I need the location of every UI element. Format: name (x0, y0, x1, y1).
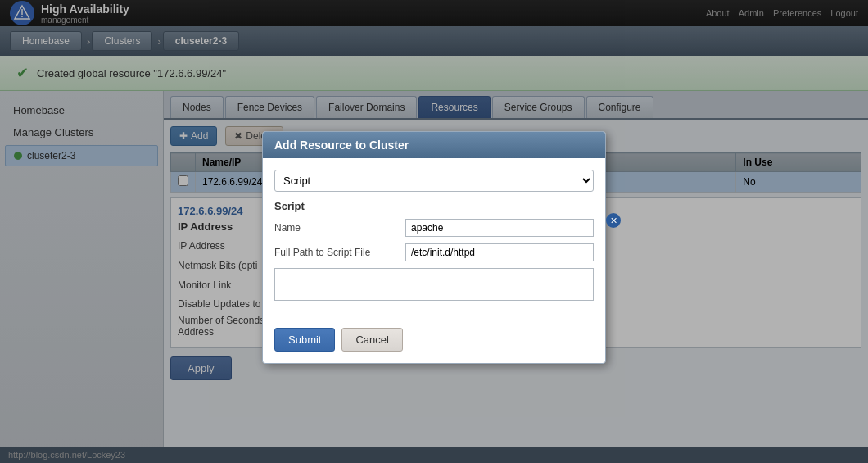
modal-name-input[interactable] (405, 219, 594, 237)
modal-close-button[interactable]: ✕ (606, 213, 621, 228)
modal-title: Add Resource to Cluster (274, 138, 409, 152)
modal-overlay: Add Resource to Cluster Script IP Addres… (0, 0, 868, 463)
modal-path-input[interactable] (405, 243, 594, 261)
modal-cancel-button[interactable]: Cancel (341, 328, 402, 352)
modal-name-label: Name (274, 222, 405, 234)
modal-path-row: Full Path to Script File (274, 243, 594, 261)
modal-name-row: Name (274, 219, 594, 237)
modal-section-title: Script (274, 200, 594, 212)
modal-dialog: Add Resource to Cluster Script IP Addres… (262, 131, 606, 364)
modal-body: Script IP Address NFS Mount File System … (263, 158, 605, 321)
modal-footer: Submit Cancel (263, 321, 605, 363)
modal-type-select[interactable]: Script IP Address NFS Mount File System (274, 170, 594, 192)
modal-path-label: Full Path to Script File (274, 247, 405, 258)
modal-header: Add Resource to Cluster (263, 132, 605, 158)
modal-notes-textarea[interactable] (274, 268, 594, 301)
modal-submit-button[interactable]: Submit (274, 328, 335, 352)
